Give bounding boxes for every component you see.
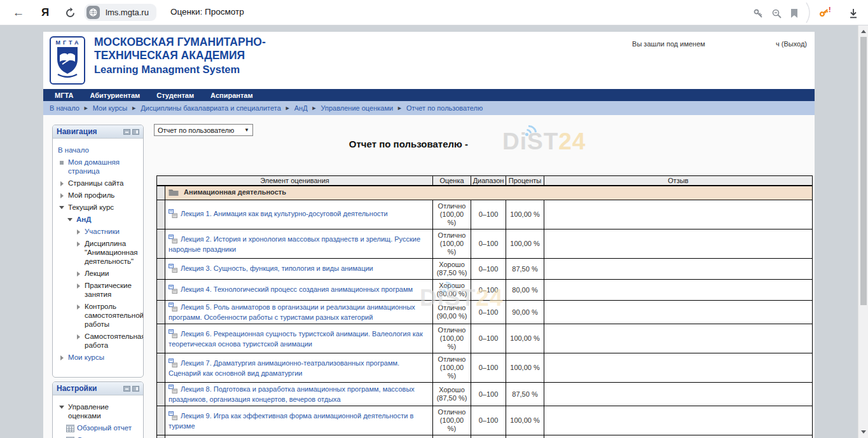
breadcrumb-link[interactable]: АнД [294,104,308,112]
expand-icon[interactable] [74,282,82,299]
scroll-down-icon[interactable] [861,430,866,434]
report-type-select[interactable]: Отчет по пользователю ▼ [154,124,253,136]
mgta-logo[interactable]: МГТА [50,36,85,85]
percent-cell: 100,00 % [506,200,544,229]
navigation-item[interactable]: Страницы сайта [57,179,141,188]
navigation-label[interactable]: Моя домашняя страница [68,158,141,175]
download-icon[interactable] [846,6,860,20]
navigation-item[interactable]: Моя домашняя страница [57,158,141,175]
navigation-item[interactable]: АнД [57,215,141,224]
expand-icon[interactable] [58,180,65,188]
key-icon[interactable] [751,6,765,20]
navigation-label[interactable]: Мои курсы [68,353,104,362]
expand-icon[interactable] [74,240,82,266]
feedback-cell [544,200,813,229]
topnav-item[interactable]: Студентам [156,92,194,99]
expand-icon[interactable] [74,333,82,350]
vertical-scrollbar[interactable] [858,25,868,438]
table-row: Итоговое тестированиеОтлично(100,00 %)0–… [157,435,813,438]
breadcrumb-link[interactable]: Дисциплины бакалавриата и специалитета [141,104,281,112]
grade-item-link[interactable]: Лекция 8. Подготовка и разработка анимац… [169,385,415,403]
percent-cell: 100,00 % [506,229,544,259]
dock-block-icon[interactable] [132,129,139,135]
settings-label[interactable]: Отчет по пользователю [77,435,141,438]
yandex-icon[interactable]: Я [38,6,52,20]
topnav-item[interactable]: Абитуриентам [90,92,140,99]
logout-link[interactable]: ч (Выход) [776,40,807,48]
grade-item-link[interactable]: Лекция 2. История и хронология массовых … [169,235,420,253]
topnav: МГТААбитуриентамСтудентамАспирантам [43,89,815,101]
navigation-item[interactable]: Практические занятия [57,281,141,299]
grade-cell: Отлично(100,00 %) [433,353,471,383]
grade-item-link[interactable]: Лекция 4. Технологический процесс создан… [181,285,413,293]
percent-cell: 100,00 % [506,324,544,353]
navigation-label[interactable]: В начало [58,146,89,154]
expand-icon[interactable] [58,354,65,362]
navigation-label[interactable]: АнД [76,215,91,224]
indent-cell [157,186,165,200]
topnav-item[interactable]: МГТА [55,92,73,99]
expand-icon[interactable] [74,228,82,236]
settings-item[interactable]: Отчет по пользователю [57,435,141,438]
breadcrumb-link[interactable]: Отчет по пользователю [406,104,483,112]
breadcrumb-link[interactable]: Управление оценками [321,104,394,112]
grade-cell: Отлично(100,00 %) [433,229,471,259]
bookmark-icon[interactable] [787,6,801,20]
address-bar[interactable]: lms.mgta.ru [85,4,156,21]
range-cell: 0–100 [471,383,506,406]
indent-cell [157,324,165,353]
topnav-item[interactable]: Аспирантам [210,92,252,99]
category-label: Анимационная деятельность [184,188,286,196]
report-heading: Отчет по пользователю - [153,139,812,149]
grade-item-link[interactable]: Лекция 5. Роль аниматоров в организации … [169,303,415,321]
settings-item[interactable]: Управление оценками [57,402,141,420]
navigation-item[interactable]: Контроль самостоятельной работы [57,302,141,329]
grade-item-link[interactable]: Лекция 1. Анимация как вид культурно-дос… [181,210,388,217]
navigation-item[interactable]: Мой профиль [57,191,141,200]
breadcrumb-link[interactable]: Мои курсы [93,104,127,112]
expand-icon[interactable] [74,303,82,329]
navigation-item[interactable]: Дисциплина "Анимационная деятельность" [57,239,141,266]
org-title-line3: Learning Managment System [94,62,266,76]
collapse-icon[interactable] [66,216,74,224]
grade-item-link[interactable]: Лекция 6. Рекреационная сущность туристс… [169,330,423,348]
refresh-icon[interactable] [63,6,77,20]
breadcrumb-separator-icon: ► [312,105,317,111]
zoom-icon[interactable] [769,6,783,20]
navigation-label[interactable]: Участники [85,227,120,236]
navigation-item[interactable]: Лекции [57,269,141,278]
expand-icon[interactable] [74,270,82,278]
table-row: Лекция 1. Анимация как вид культурно-дос… [157,200,813,229]
navigation-item[interactable]: В начало [57,146,141,154]
grade-item-link[interactable]: Лекция 9. Игра как эффективная форма ани… [169,412,413,430]
collapse-icon[interactable] [58,204,65,212]
dock-block-icon[interactable] [132,386,139,392]
scrollbar-thumb[interactable] [860,37,867,305]
navigation-item[interactable]: Самостоятельная работа [57,332,141,350]
settings-item[interactable]: Обзорный отчет [57,423,141,432]
collapse-icon[interactable] [58,404,65,420]
scroll-up-icon[interactable] [861,30,866,33]
expand-icon[interactable] [58,192,65,200]
table-row: Лекция 4. Технологический процесс создан… [157,280,813,301]
navigation-item[interactable]: Мои курсы [57,353,141,362]
settings-label[interactable]: Обзорный отчет [77,423,132,432]
indent-cell [157,383,165,406]
grade-report-table: Элемент оценивания Оценка Диапазон Проце… [156,175,813,438]
grade-item-link[interactable]: Лекция 3. Сущность, функция, типология и… [181,264,373,272]
navigation-item[interactable]: Участники [57,227,141,236]
navigation-item[interactable]: Текущий курс [57,203,141,212]
feedback-cell [544,280,813,301]
indent-cell [157,229,165,259]
back-icon[interactable]: ← [11,6,25,20]
hide-block-icon[interactable] [123,129,130,135]
indent-cell [157,280,165,301]
feedback-cell [544,324,813,353]
feedback-cell [544,259,813,280]
percent-cell: 87,50 % [506,383,544,406]
grade-item-link[interactable]: Лекция 7. Драматургия анимационно-театра… [169,359,399,377]
table-header-row: Элемент оценивания Оценка Диапазон Проце… [157,176,813,186]
protect-key-icon[interactable]: ! [818,5,832,19]
hide-block-icon[interactable] [123,386,130,392]
breadcrumb-link[interactable]: В начало [50,104,79,112]
